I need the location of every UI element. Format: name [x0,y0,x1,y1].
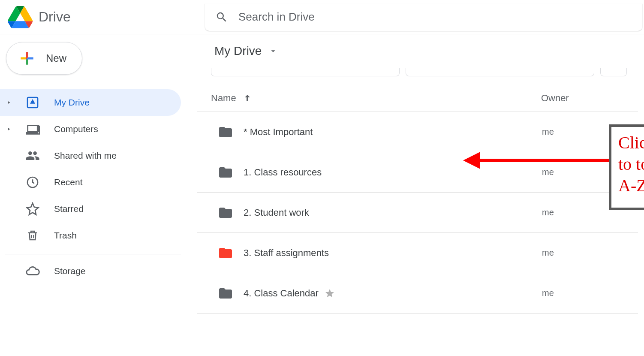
column-header: Name Owner [197,85,638,112]
suggestion-row [197,68,638,76]
nav-label: Starred [54,204,84,214]
nav-label: Trash [54,230,77,241]
star-icon [325,288,335,299]
header: Drive [0,0,644,34]
nav: My Drive Computers Shared with me [0,89,197,284]
folder-icon [218,245,244,261]
main: My Drive Name Owner * Most Importantme1.… [197,34,644,356]
file-row[interactable]: 3. Staff assignmentsme [197,233,638,273]
nav-label: Storage [54,266,86,276]
breadcrumb[interactable]: My Drive [197,34,638,68]
nav-label: Shared with me [54,151,117,161]
computers-icon [25,121,40,137]
cloud-icon [25,263,40,279]
new-label: New [46,52,66,64]
nav-label: Computers [54,124,98,134]
folder-icon [218,286,244,301]
file-row[interactable]: * Most Importantme [197,112,638,152]
annotation-box: Click this arrow to toggle from A-Z or Z… [609,124,644,210]
file-name: 1. Class resources [244,167,542,178]
logo-area[interactable]: Drive [8,6,205,28]
file-row[interactable]: 4. Class Calendarme [197,273,638,314]
chevron-down-icon [268,46,278,56]
folder-icon [218,205,244,220]
sidebar-item-shared[interactable]: Shared with me [0,142,181,169]
sidebar-item-starred[interactable]: Starred [0,196,181,222]
folder-icon [218,124,244,140]
sidebar-item-computers[interactable]: Computers [0,116,181,142]
file-name: * Most Important [244,127,542,138]
trash-icon [25,228,40,243]
sidebar-item-my-drive[interactable]: My Drive [0,89,181,116]
file-owner: me [542,127,589,137]
file-name: 2. Student work [244,207,542,218]
file-name: 3. Staff assignments [244,247,542,259]
drive-logo-icon [8,6,33,28]
file-owner: me [542,167,589,177]
new-button[interactable]: New [6,42,82,75]
file-owner: me [542,208,589,217]
file-owner: me [542,288,589,298]
folder-icon [218,165,244,180]
column-name[interactable]: Name [211,93,541,104]
sidebar-item-storage[interactable]: Storage [0,258,181,284]
col-owner-label: Owner [541,93,569,103]
breadcrumb-label: My Drive [214,44,262,58]
drive-icon [25,95,40,110]
search-input[interactable] [238,10,632,24]
clock-icon [25,175,40,190]
nav-label: My Drive [54,97,90,108]
search-icon [215,11,228,24]
nav-divider [5,254,181,254]
sidebar-item-recent[interactable]: Recent [0,169,181,196]
search-bar[interactable] [205,3,642,31]
shared-icon [25,148,40,163]
col-name-label: Name [211,93,236,104]
file-row[interactable]: 1. Class resourcesme [197,152,638,193]
sidebar-item-trash[interactable]: Trash [0,222,181,249]
expand-caret-icon [6,100,11,105]
column-owner[interactable]: Owner [541,93,588,104]
search-wrap [205,3,644,31]
file-name: 4. Class Calendar [244,288,542,299]
sort-arrow-up-icon[interactable] [242,93,253,103]
app-name: Drive [39,9,71,25]
sidebar: New My Drive Computers [0,34,197,356]
suggestion-chip[interactable] [406,68,594,76]
annotation-text: Click this arrow to toggle from A-Z or Z… [618,132,644,196]
nav-label: Recent [54,177,83,187]
star-icon [25,201,40,217]
plus-icon [18,49,36,68]
expand-caret-icon [6,127,11,132]
file-row[interactable]: 2. Student workme [197,193,638,233]
file-owner: me [542,248,589,258]
suggestion-chip[interactable] [211,68,400,76]
suggestion-chip[interactable] [600,68,627,76]
